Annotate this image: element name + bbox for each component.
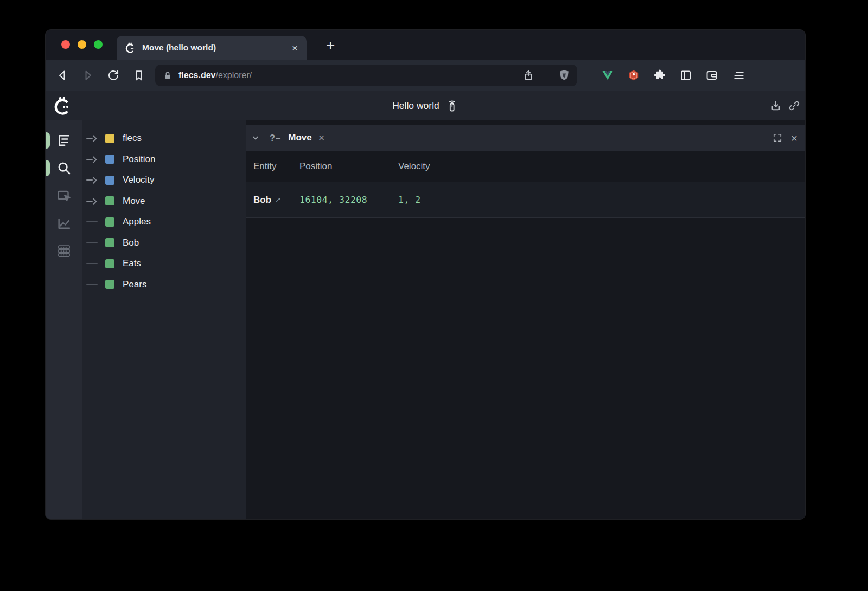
vue-devtools-icon[interactable]: [601, 69, 614, 82]
tree-item-flecs[interactable]: flecs: [82, 128, 246, 149]
tree-leaf-line: [86, 242, 100, 243]
traffic-lights: [46, 40, 103, 60]
entity-color-square: [105, 280, 114, 289]
chevron-down-icon[interactable]: [250, 132, 261, 143]
tree-leaf-line: [86, 263, 100, 264]
table-row[interactable]: Bob ↗ 16104, 32208 1, 2: [246, 182, 805, 218]
wallet-icon[interactable]: [705, 69, 718, 82]
zoom-window-button[interactable]: [94, 40, 103, 49]
flecs-logo-icon[interactable]: [52, 95, 73, 116]
query-title: Move: [288, 132, 311, 143]
entity-color-square: [105, 259, 114, 268]
world-title: Hello world: [392, 100, 439, 112]
content-area: flecs Position Velocity Move Apples: [46, 120, 805, 519]
reload-button[interactable]: [105, 67, 122, 84]
share-icon[interactable]: [522, 69, 534, 81]
tree-item-apples[interactable]: Apples: [82, 211, 246, 233]
velocity-value[interactable]: 1, 2: [398, 195, 805, 205]
back-button[interactable]: [54, 67, 71, 84]
entity-color-square: [105, 196, 114, 205]
world-title-group: Hello world: [392, 99, 458, 113]
query-panel-header: ?– Move × ×: [246, 125, 805, 151]
entity-tree-panel: flecs Position Velocity Move Apples: [82, 120, 246, 519]
close-window-button[interactable]: [61, 40, 70, 49]
entity-cell[interactable]: Bob ↗: [246, 195, 299, 205]
forward-button[interactable]: [79, 67, 97, 84]
tree-item-velocity[interactable]: Velocity: [82, 170, 246, 191]
component-color-square: [105, 155, 114, 164]
hexagon-extension-icon[interactable]: [627, 69, 640, 82]
tree-expand-arrow-icon[interactable]: [86, 136, 100, 141]
url-path: /explorer/: [215, 70, 252, 80]
entity-name[interactable]: Bob: [253, 195, 271, 205]
url-separator: [546, 69, 547, 82]
table-header-row: Entity Position Velocity: [246, 151, 805, 182]
remote-connection-icon[interactable]: [445, 99, 458, 113]
app-header: Hello world: [46, 91, 805, 120]
inspector-icon[interactable]: [55, 187, 73, 205]
column-header-entity[interactable]: Entity: [246, 161, 299, 172]
download-icon[interactable]: [769, 99, 782, 112]
panel-close-icon[interactable]: ×: [791, 132, 797, 144]
tab-bar: Move (hello world) × +: [46, 30, 805, 60]
icon-rail: [46, 120, 82, 519]
menu-icon[interactable]: [732, 69, 745, 82]
rail-active-pill: [46, 160, 50, 176]
rail-active-pill: [46, 132, 50, 149]
position-value[interactable]: 16104, 32208: [299, 195, 398, 205]
tree-expand-arrow-icon[interactable]: [86, 178, 100, 183]
tab-title: Move (hello world): [142, 43, 216, 53]
link-icon[interactable]: [788, 99, 801, 112]
tree-expand-arrow-icon[interactable]: [86, 199, 100, 204]
url-text: flecs.dev/explorer/: [178, 70, 252, 80]
tree-expand-arrow-icon[interactable]: [86, 157, 100, 162]
query-panel: ?– Move × × Entity Position Velocity Bob: [246, 120, 805, 519]
entity-color-square: [105, 217, 114, 227]
browser-window: Move (hello world) × + flecs.dev/explore…: [46, 30, 805, 519]
puzzle-extensions-icon[interactable]: [653, 69, 666, 82]
column-header-position[interactable]: Position: [299, 161, 398, 172]
component-color-square: [105, 176, 114, 185]
tree-item-pears[interactable]: Pears: [82, 274, 246, 295]
module-color-square: [105, 134, 114, 143]
query-type-prefix: ?–: [270, 133, 281, 143]
header-actions: [769, 99, 801, 112]
tree-item-move[interactable]: Move: [82, 191, 246, 212]
new-tab-button[interactable]: +: [323, 38, 338, 55]
chart-icon[interactable]: [55, 214, 73, 233]
tab-close-icon[interactable]: ×: [292, 43, 298, 53]
lock-icon: [163, 70, 173, 80]
bookmark-icon[interactable]: [130, 67, 148, 84]
sidebar-toggle-icon[interactable]: [679, 69, 692, 82]
tree-leaf-line: [86, 284, 100, 285]
tree-item-position[interactable]: Position: [82, 149, 246, 170]
column-header-velocity[interactable]: Velocity: [398, 161, 805, 172]
url-domain: flecs.dev: [178, 70, 215, 80]
brave-shield-icon[interactable]: [558, 69, 571, 82]
entity-color-square: [105, 238, 114, 247]
tree-item-eats[interactable]: Eats: [82, 253, 246, 274]
flecs-favicon-icon: [124, 42, 136, 54]
tree-item-bob[interactable]: Bob: [82, 233, 246, 254]
search-icon[interactable]: [55, 159, 73, 177]
extensions-group: [601, 69, 718, 82]
fullscreen-icon[interactable]: [772, 132, 783, 143]
external-link-icon[interactable]: ↗: [275, 196, 281, 204]
minimize-window-button[interactable]: [78, 40, 86, 49]
url-bar[interactable]: flecs.dev/explorer/: [155, 65, 577, 86]
tree-view-icon[interactable]: [55, 131, 73, 150]
query-clear-icon[interactable]: ×: [318, 132, 325, 143]
tree-leaf-line: [86, 221, 100, 222]
stats-icon[interactable]: [55, 242, 73, 260]
browser-tab[interactable]: Move (hello world) ×: [117, 36, 307, 60]
navigation-bar: flecs.dev/explorer/: [46, 60, 805, 91]
query-panel-actions: ×: [772, 132, 797, 144]
